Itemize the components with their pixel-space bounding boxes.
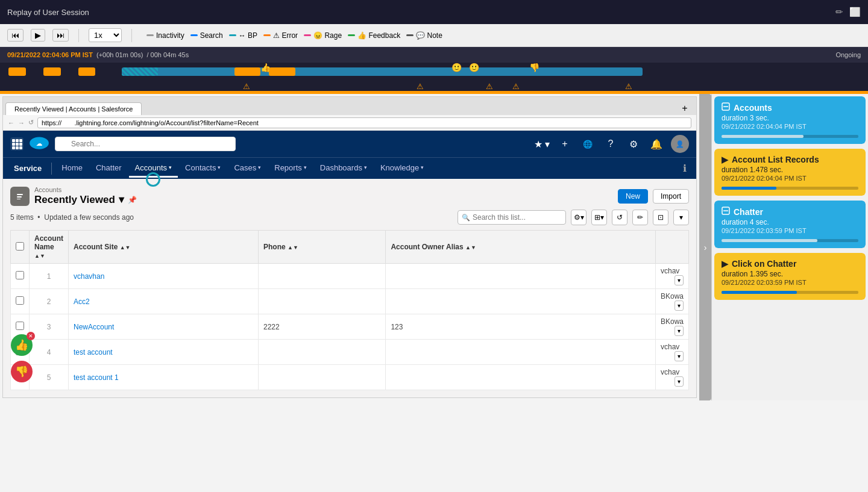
th-account-name[interactable]: Account Name ▲▼ <box>30 231 69 264</box>
filter-rage[interactable]: 😠 Rage <box>304 31 342 40</box>
card-date-3: 09/21/2022 02:03:59 PM IST <box>722 279 858 286</box>
row-site <box>259 289 386 314</box>
table-filter-icon[interactable]: ⊡ <box>653 210 668 225</box>
nav-reports[interactable]: Reports ▾ <box>268 160 313 178</box>
row-checkbox[interactable] <box>16 271 24 279</box>
table-search-input[interactable] <box>458 210 566 225</box>
card-header-2: Chatter duration 4 sec. 09/21/2022 02:03… <box>714 201 866 248</box>
card-icon-3: ▶ <box>722 259 728 269</box>
nav-knowledge[interactable]: Knowledge ▾ <box>374 160 430 178</box>
row-dropdown[interactable]: ▾ <box>675 275 684 285</box>
panel-card[interactable]: ▶ Account List Records duration 1.478 se… <box>714 149 866 196</box>
address-input[interactable] <box>37 117 691 128</box>
filter-error[interactable]: ⚠ Error <box>263 31 298 40</box>
row-dropdown[interactable]: ▾ <box>675 300 684 311</box>
list-pin-icon[interactable]: 📌 <box>128 196 137 204</box>
toggle-arrow[interactable]: › <box>699 94 711 400</box>
panel-card[interactable]: Accounts duration 3 sec. 09/21/2022 02:0… <box>714 96 866 144</box>
new-tab-button[interactable]: + <box>676 102 694 115</box>
event-filters: Inactivity Search ↔ BP ⚠ Error 😠 Rage 👍 … <box>146 31 442 40</box>
elapsed: +00h 01m 00s <box>99 51 141 58</box>
nav-cases[interactable]: Cases ▾ <box>228 160 267 178</box>
card-duration-2: duration 4 sec. <box>722 218 858 226</box>
nav-chatter[interactable]: Chatter <box>90 160 128 178</box>
edit-icon[interactable]: ✏ <box>835 7 843 17</box>
speed-selector[interactable]: 1x 0.5x 1.5x 2x <box>89 28 122 42</box>
th-phone[interactable]: Phone ▲▼ <box>259 231 386 264</box>
table-refresh-icon[interactable]: ↺ <box>612 210 627 225</box>
sf-search-input[interactable] <box>55 137 236 151</box>
filter-note[interactable]: 💬 Note <box>406 31 442 40</box>
select-all-checkbox[interactable] <box>16 242 24 251</box>
user-avatar[interactable]: 👤 <box>671 135 689 153</box>
filter-bp[interactable]: ↔ BP <box>229 31 257 40</box>
favorites-icon[interactable]: ★ ▾ <box>533 135 550 152</box>
nav-dashboards[interactable]: Dashboards ▾ <box>314 160 373 178</box>
top-bar: Replay of User Session ✏ ⬜ <box>0 0 868 24</box>
nav-accounts[interactable]: Accounts ▾ <box>129 160 178 178</box>
filter-inactivity[interactable]: Inactivity <box>146 31 184 40</box>
row-num: 3 <box>30 314 69 340</box>
row-dropdown[interactable]: ▾ <box>675 351 684 361</box>
browser-tab-active[interactable]: Recently Viewed | Accounts | Salesforce <box>5 102 142 115</box>
import-btn[interactable]: Import <box>653 189 689 204</box>
play-button[interactable]: ▶ <box>31 29 45 42</box>
table-more-icon[interactable]: ▾ <box>673 210 689 225</box>
row-dropdown[interactable]: ▾ <box>675 326 684 336</box>
sf-logo[interactable]: ☁ <box>28 135 50 154</box>
global-actions[interactable]: 🌐 <box>579 135 596 152</box>
nav-contacts[interactable]: Contacts ▾ <box>179 160 227 178</box>
controls-bar: ⏮ ▶ ⏭ 1x 0.5x 1.5x 2x Inactivity Search … <box>0 24 868 47</box>
svg-rect-1 <box>16 139 19 142</box>
forward-nav[interactable]: → <box>18 119 25 126</box>
card-title-2: Chatter <box>722 207 858 217</box>
panel-card[interactable]: ▶ Click on Chatter duration 1.395 sec. 0… <box>714 253 866 300</box>
th-owner-alias[interactable]: Account Owner Alias ▲▼ <box>386 231 656 264</box>
card-bar-2 <box>722 239 858 242</box>
contacts-chevron: ▾ <box>218 164 221 170</box>
forward-button[interactable]: ⏭ <box>52 29 69 42</box>
list-actions: New Import <box>618 189 689 204</box>
feedback-dot <box>348 34 355 36</box>
table-edit-icon[interactable]: ✏ <box>632 210 648 225</box>
row-num: 2 <box>30 289 69 314</box>
help-icon[interactable]: ? <box>602 135 619 152</box>
thumbs-down-button[interactable]: 👎 <box>11 361 33 382</box>
table-view-icon[interactable]: ⊞▾ <box>591 210 607 225</box>
row-account-name: test account 1 <box>69 365 259 390</box>
account-name-link[interactable]: test account <box>74 348 113 357</box>
error-2: ⚠ <box>417 82 424 91</box>
card-duration-3: duration 1.395 sec. <box>722 270 858 278</box>
back-button[interactable]: ⏮ <box>7 29 24 42</box>
row-site <box>259 340 386 365</box>
account-name-link[interactable]: Acc2 <box>74 297 90 306</box>
app-launcher[interactable] <box>10 137 24 151</box>
filter-search[interactable]: Search <box>190 31 223 40</box>
expand-icon[interactable]: ⬜ <box>849 7 861 17</box>
nav-home[interactable]: Home <box>55 160 89 178</box>
back-nav[interactable]: ← <box>8 119 14 126</box>
table-settings-icon[interactable]: ⚙▾ <box>571 210 587 225</box>
card-date-1: 09/21/2022 02:04:04 PM IST <box>722 175 858 182</box>
progress-area[interactable]: 👍 🙂 🙂 👎 ⚠ ⚠ ⚠ ⚠ ⚠ <box>0 63 868 94</box>
row-dropdown[interactable]: ▾ <box>675 376 684 387</box>
filter-feedback[interactable]: 👍 Feedback <box>348 31 400 40</box>
account-name-link[interactable]: test account 1 <box>74 373 119 382</box>
add-icon[interactable]: + <box>556 135 573 152</box>
row-checkbox[interactable] <box>16 296 24 305</box>
table-action-bar: 🔍 ⚙▾ ⊞▾ ↺ ✏ ⊡ ▾ <box>458 210 689 225</box>
refresh-nav[interactable]: ↺ <box>28 119 34 126</box>
account-name-link[interactable]: NewAccount <box>74 323 114 331</box>
account-name-link[interactable]: vchavhan <box>74 272 104 281</box>
rage-dot <box>304 34 311 36</box>
setup-icon[interactable]: ⚙ <box>625 135 642 152</box>
panel-card[interactable]: Chatter duration 4 sec. 09/21/2022 02:03… <box>714 201 866 248</box>
new-btn[interactable]: New <box>618 189 648 204</box>
notifications-icon[interactable]: 🔔 <box>648 135 665 152</box>
list-title-dropdown[interactable]: ▾ <box>119 193 124 206</box>
thumbs-up-close[interactable]: ✕ <box>27 332 35 340</box>
th-account-site[interactable]: Account Site ▲▼ <box>69 231 259 264</box>
timeline-status: Ongoing <box>835 51 861 58</box>
nav-more[interactable]: ℹ <box>678 163 691 174</box>
row-checkbox[interactable] <box>16 322 24 330</box>
